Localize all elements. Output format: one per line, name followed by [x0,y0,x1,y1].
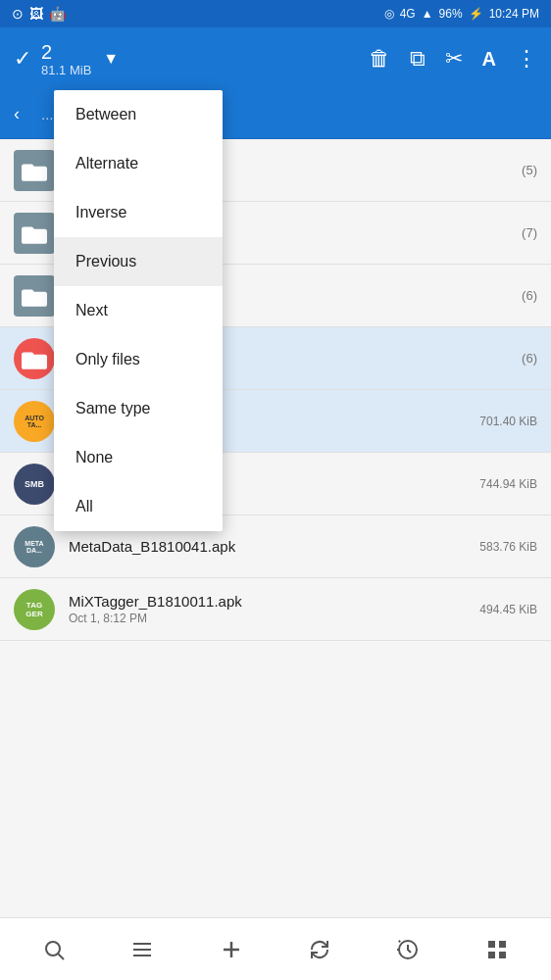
menu-item-inverse[interactable]: Inverse [54,188,223,237]
bottom-nav [0,917,551,980]
menu-label-previous: Previous [75,253,136,270]
menu-item-alternate[interactable]: Alternate [54,139,223,188]
file-item-mixtagger[interactable]: TAGGER MiXTagger_B1810011.apk Oct 1, 8:1… [0,578,551,641]
battery-percent: 96% [439,7,463,21]
menu-label-same-type: Same type [75,400,150,417]
menu-label-none: None [75,449,113,466]
menu-label-between: Between [75,106,136,123]
file-right-autoapp: 701.40 KiB [479,415,537,428]
dropdown-arrow-icon[interactable]: ▼ [103,50,119,68]
toolbar-actions: 🗑 ⧉ ✂ A ⋮ [369,46,537,72]
battery-icon: ⚡ [469,7,483,21]
toolbar-left: ✓ 2 81.1 MiB ▼ [14,41,351,77]
file-count-4: (6) [522,351,537,366]
file-right-4: (6) [522,351,537,366]
menu-label-only-files: Only files [75,351,140,368]
file-right-1: (5) [522,163,537,177]
copy-button[interactable]: ⧉ [410,46,426,72]
svg-rect-2 [133,943,151,945]
svg-rect-9 [499,941,506,948]
menu-item-only-files[interactable]: Only files [54,335,223,384]
file-right-mixtagger: 494.45 KiB [479,603,537,616]
status-bar-left: ⊙ 🖼 🤖 [12,6,66,22]
svg-line-1 [59,954,65,959]
menu-item-same-type[interactable]: Same type [54,384,223,433]
menu-label-alternate: Alternate [75,155,138,172]
svg-rect-4 [133,955,151,956]
file-details-mixtagger: MiXTagger_B1810011.apk Oct 1, 8:12 PM [69,593,479,625]
app-icon-2: 🖼 [29,6,43,22]
file-size-smb: 744.94 KiB [479,477,537,491]
menu-label-next: Next [75,302,108,319]
tab-prev-label: ... [41,106,54,122]
apk-icon-auto: AUTOTA... [14,401,55,442]
status-bar-right: ◎ 4G ▲ 96% ⚡ 10:24 PM [384,7,539,21]
list-nav-button[interactable] [118,925,167,974]
file-name-metadata: MetaData_B1810041.apk [69,538,479,555]
more-button[interactable]: ⋮ [516,46,537,72]
tab-back-arrow[interactable]: ‹ [6,100,27,128]
file-right-3: (6) [522,288,537,303]
svg-rect-11 [499,952,506,958]
time: 10:24 PM [489,7,539,21]
delete-button[interactable]: 🗑 [369,46,390,72]
file-size-autoapp: 701.40 KiB [479,415,537,428]
wifi-icon: ◎ [384,7,394,21]
file-right-smb: 744.94 KiB [479,477,537,491]
folder-icon-3 [14,275,55,317]
folder-icon-2 [14,213,55,254]
file-size-metadata: 583.76 KiB [479,540,537,554]
file-count-2: (7) [522,225,537,240]
svg-rect-8 [488,941,495,948]
signal-icon: ▲ [422,7,433,21]
file-details-metadata: MetaData_B1810041.apk [69,538,479,555]
apk-icon-mix: TAGGER [14,589,55,630]
file-right-metadata: 583.76 KiB [479,540,537,554]
svg-rect-10 [488,952,495,958]
selection-info: 2 81.1 MiB [41,41,91,77]
menu-label-all: All [75,498,93,515]
search-nav-button[interactable] [29,925,78,974]
network-4g: 4G [400,7,416,21]
file-meta-mixtagger: Oct 1, 8:12 PM [69,612,479,625]
selection-size: 81.1 MiB [41,63,91,77]
status-bar: ⊙ 🖼 🤖 ◎ 4G ▲ 96% ⚡ 10:24 PM [0,0,551,27]
file-right-2: (7) [522,225,537,240]
menu-label-inverse: Inverse [75,204,126,221]
apk-icon-smb: SMB [14,464,55,505]
file-name-mixtagger: MiXTagger_B1810011.apk [69,593,479,610]
apk-icon-meta: METADA... [14,526,55,567]
file-count-3: (6) [522,288,537,303]
menu-item-none[interactable]: None [54,433,223,482]
app-icon-1: ⊙ [12,6,24,22]
refresh-nav-button[interactable] [295,925,344,974]
folder-icon-1 [14,150,55,191]
menu-item-all[interactable]: All [54,482,223,531]
file-size-mixtagger: 494.45 KiB [479,603,537,616]
svg-point-0 [46,942,60,956]
font-button[interactable]: A [482,48,496,71]
file-count-1: (5) [522,163,537,177]
dropdown-menu: Between Alternate Inverse Previous Next … [54,90,223,531]
add-nav-button[interactable] [207,925,256,974]
selection-count: 2 [41,41,91,63]
toolbar: ✓ 2 81.1 MiB ▼ 🗑 ⧉ ✂ A ⋮ [0,27,551,90]
folder-icon-4 [14,338,55,379]
menu-item-next[interactable]: Next [54,286,223,335]
history-nav-button[interactable] [383,925,432,974]
svg-rect-3 [133,949,151,951]
menu-item-previous[interactable]: Previous [54,237,223,286]
grid-nav-button[interactable] [473,925,522,974]
menu-item-between[interactable]: Between [54,90,223,139]
app-icon-3: 🤖 [49,6,66,22]
cut-button[interactable]: ✂ [445,46,463,72]
check-icon: ✓ [14,46,31,72]
